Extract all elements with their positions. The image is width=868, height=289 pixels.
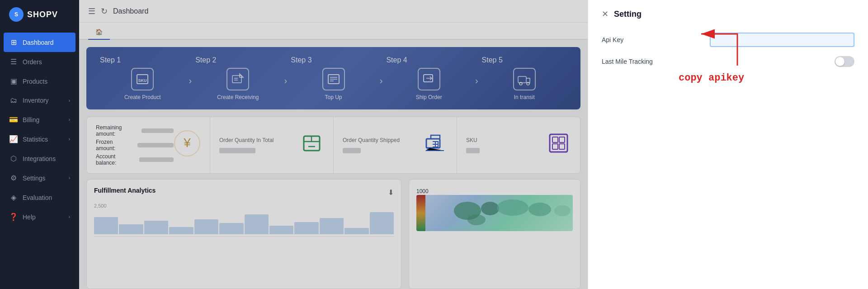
balance-value	[139, 157, 174, 162]
close-button[interactable]: ✕	[602, 9, 609, 19]
money-icon: ¥	[174, 130, 201, 161]
help-icon: ❓	[9, 213, 18, 221]
frozen-label: Frozen amount:	[96, 139, 134, 152]
api-key-input[interactable]	[710, 33, 854, 47]
chart-bar-7	[245, 214, 269, 234]
svg-text:SKU: SKU	[138, 78, 147, 83]
menu-icon[interactable]: ☰	[88, 6, 95, 16]
tab-bar: 🏠	[79, 23, 588, 40]
sidebar-label-evaluation: Evaluation	[23, 194, 70, 201]
frozen-row: Frozen amount:	[96, 139, 174, 152]
toggle-knob	[835, 57, 844, 66]
step5-number: Step 5	[482, 56, 503, 64]
step-arrow-2: ›	[284, 71, 288, 86]
order-qty-total-value	[219, 148, 255, 153]
sidebar-label-integrations: Integrations	[23, 155, 70, 162]
sidebar-item-inventory[interactable]: 🗂 Inventory ›	[0, 91, 79, 110]
chart-bar-3	[144, 221, 168, 234]
statistics-chevron: ›	[69, 137, 70, 142]
sidebar-item-integrations[interactable]: ⬡ Integrations	[0, 149, 79, 168]
frozen-value	[137, 143, 174, 147]
copy-apikey-text: copy apikey	[679, 72, 744, 84]
svg-point-22	[467, 214, 486, 225]
ship-icon	[423, 131, 448, 160]
sidebar-item-evaluation[interactable]: ◈ Evaluation	[0, 188, 79, 207]
balance-label: Account balance:	[96, 153, 136, 166]
sidebar-label-products: Products	[23, 78, 70, 85]
step3-icon	[322, 68, 345, 90]
sidebar-item-orders[interactable]: ☰ Orders	[0, 52, 79, 71]
svg-text:¥: ¥	[183, 136, 191, 150]
integrations-icon: ⬡	[9, 154, 18, 163]
step-1: Step 1 SKU Create Product	[100, 56, 185, 100]
dashboard-icon: ⊞	[9, 38, 18, 47]
products-icon: ▣	[9, 77, 18, 85]
sidebar-item-settings[interactable]: ⚙ Settings ›	[0, 168, 79, 188]
sidebar-item-help[interactable]: ❓ Help ›	[0, 207, 79, 227]
sidebar-label-help: Help	[23, 213, 64, 221]
bottom-row: Fulfillment Analytics ⬇ 2,500 1000	[86, 179, 580, 289]
step3-number: Step 3	[291, 56, 311, 64]
page-title: Dashboard	[113, 7, 148, 15]
chart-bar-11	[344, 228, 368, 234]
chart-bar-1	[94, 217, 118, 235]
svg-rect-2	[232, 76, 241, 83]
map-card: 1000	[409, 179, 580, 289]
setting-panel: ✕ Setting Api Key Last Mile Tracking cop…	[588, 0, 868, 289]
tab-home[interactable]: 🏠	[88, 25, 110, 40]
sidebar-label-statistics: Statistics	[23, 136, 64, 143]
sidebar-item-dashboard[interactable]: ⊞ Dashboard	[4, 33, 75, 52]
step-5: Step 5 In transit	[482, 56, 567, 100]
order-qty-total-info: Order Quantity In Total	[219, 137, 274, 153]
api-key-label: Api Key	[602, 36, 623, 43]
step1-icon: SKU	[131, 68, 154, 90]
topbar: ☰ ↻ Dashboard	[79, 0, 588, 23]
map-legend-max: 1000	[416, 188, 429, 194]
svg-rect-15	[552, 144, 558, 149]
remaining-label: Remaining amount:	[96, 124, 138, 137]
step-4: Step 4 Ship Order	[386, 56, 471, 100]
step-arrow-3: ›	[380, 71, 383, 86]
order-qty-total-label: Order Quantity In Total	[219, 137, 274, 143]
sku-icon	[546, 131, 571, 160]
step4-number: Step 4	[386, 56, 407, 64]
svg-rect-16	[559, 144, 565, 149]
stat-order-qty-shipped: Order Quantity Shipped	[334, 117, 457, 173]
order-qty-shipped-info: Order Quantity Shipped	[343, 137, 400, 153]
home-icon: 🏠	[95, 28, 103, 35]
sidebar-nav: ⊞ Dashboard ☰ Orders ▣ Products 🗂 Invent…	[0, 29, 79, 289]
step-3: Step 3 Top Up	[291, 56, 376, 100]
billing-icon: 💳	[9, 115, 18, 124]
remaining-value	[142, 128, 174, 133]
step1-number: Step 1	[100, 56, 121, 64]
step-2: Step 2 Create Receiving	[195, 56, 280, 100]
balance-row: Account balance:	[96, 153, 174, 166]
settings-chevron: ›	[69, 175, 70, 180]
evaluation-icon: ◈	[9, 193, 18, 202]
inventory-icon: 🗂	[9, 96, 18, 104]
chart-bar-4	[169, 227, 193, 235]
order-qty-shipped-label: Order Quantity Shipped	[343, 137, 400, 143]
sidebar: S SHOPV ⊞ Dashboard ☰ Orders ▣ Products …	[0, 0, 79, 289]
svg-point-18	[481, 202, 499, 215]
setting-header: ✕ Setting	[602, 9, 854, 19]
stat-order-qty-total: Order Quantity In Total	[210, 117, 334, 173]
orders-icon: ☰	[9, 57, 18, 66]
chart-yaxis-label: 2,500	[94, 203, 107, 208]
step-arrow-4: ›	[475, 71, 478, 86]
last-mile-toggle[interactable]	[835, 56, 854, 67]
sidebar-item-products[interactable]: ▣ Products	[0, 71, 79, 91]
logo: S SHOPV	[0, 0, 79, 29]
sidebar-label-inventory: Inventory	[23, 97, 64, 104]
sidebar-item-statistics[interactable]: 📈 Statistics ›	[0, 129, 79, 149]
copy-apikey-annotation: copy apikey	[679, 72, 744, 84]
chart-bar-9	[294, 222, 318, 235]
download-icon[interactable]: ⬇	[388, 188, 394, 197]
analytics-card: Fulfillment Analytics ⬇ 2,500	[86, 179, 401, 289]
sidebar-item-billing[interactable]: 💳 Billing ›	[0, 110, 79, 129]
chart-bar-12	[370, 212, 394, 235]
stat-account: Remaining amount: Frozen amount: Account…	[87, 117, 210, 173]
refresh-icon[interactable]: ↻	[101, 6, 108, 16]
step-arrow-1: ›	[189, 71, 192, 86]
remaining-row: Remaining amount:	[96, 124, 174, 137]
